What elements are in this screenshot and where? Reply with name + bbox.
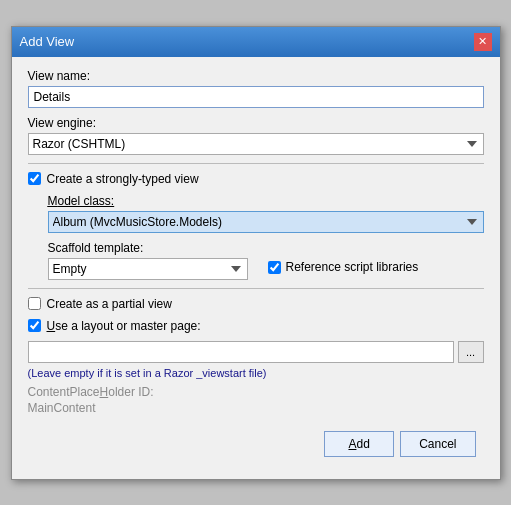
- view-engine-select[interactable]: Razor (CSHTML) ASPX Razor (VBHTML): [28, 133, 484, 155]
- reference-scripts-label: Reference script libraries: [286, 260, 419, 274]
- view-engine-field: View engine: Razor (CSHTML) ASPX Razor (…: [28, 116, 484, 155]
- dialog-body: View name: View engine: Razor (CSHTML) A…: [12, 57, 500, 479]
- strongly-typed-label: Create a strongly-typed view: [47, 172, 199, 186]
- scaffold-template-select[interactable]: Empty Create Delete Details Edit List: [48, 258, 248, 280]
- divider-2: [28, 288, 484, 289]
- partial-label-text: Create as a partial view: [47, 297, 172, 311]
- strongly-typed-row: Create a strongly-typed view: [28, 172, 484, 186]
- partial-view-row: Create as a partial view: [28, 297, 484, 311]
- model-class-select[interactable]: Album (MvcMusicStore.Models): [48, 211, 484, 233]
- content-placeholder-label: ContentPlaceHolder ID:: [28, 385, 484, 399]
- add-button[interactable]: Add: [324, 431, 394, 457]
- add-view-dialog: Add View ✕ View name: View engine: Razor…: [11, 26, 501, 480]
- view-name-label: View name:: [28, 69, 484, 83]
- title-bar: Add View ✕: [12, 27, 500, 57]
- use-layout-text: Use a layout or master page:: [47, 319, 201, 333]
- view-engine-label: View engine:: [28, 116, 484, 130]
- layout-path-input[interactable]: [28, 341, 454, 363]
- model-class-label: Model class:: [48, 194, 484, 208]
- scaffold-template-row: Scaffold template: Empty Create Delete D…: [48, 241, 484, 280]
- model-label-prefix: Model class:: [48, 194, 115, 208]
- use-layout-checkbox[interactable]: [28, 319, 41, 332]
- label-text: Create a strongly-typed view: [47, 172, 199, 186]
- close-button[interactable]: ✕: [474, 33, 492, 51]
- browse-button[interactable]: ...: [458, 341, 484, 363]
- button-row: Add Cancel: [28, 423, 484, 467]
- dialog-title: Add View: [20, 34, 75, 49]
- hint-text: (Leave empty if it is set in a Razor _vi…: [28, 367, 484, 379]
- content-placeholder-value: MainContent: [28, 401, 484, 415]
- divider-1: [28, 163, 484, 164]
- scaffold-template-label: Scaffold template:: [48, 241, 248, 255]
- view-name-field: View name:: [28, 69, 484, 108]
- add-button-label: Add: [348, 437, 369, 451]
- layout-path-row: ...: [28, 341, 484, 363]
- scaffold-template-section: Scaffold template: Empty Create Delete D…: [48, 241, 248, 280]
- reference-scripts-checkbox[interactable]: [268, 261, 281, 274]
- strongly-typed-checkbox[interactable]: [28, 172, 41, 185]
- model-class-section: Model class: Album (MvcMusicStore.Models…: [48, 194, 484, 280]
- reference-scripts-section: Reference script libraries: [268, 260, 419, 274]
- partial-view-label: Create as a partial view: [47, 297, 172, 311]
- use-layout-label: Use a layout or master page:: [47, 319, 201, 333]
- view-name-input[interactable]: [28, 86, 484, 108]
- use-layout-row: Use a layout or master page:: [28, 319, 484, 333]
- placeholder-label-text: ContentPlaceHolder ID:: [28, 385, 154, 399]
- cancel-button[interactable]: Cancel: [400, 431, 475, 457]
- partial-view-checkbox[interactable]: [28, 297, 41, 310]
- model-class-field: Model class: Album (MvcMusicStore.Models…: [48, 194, 484, 233]
